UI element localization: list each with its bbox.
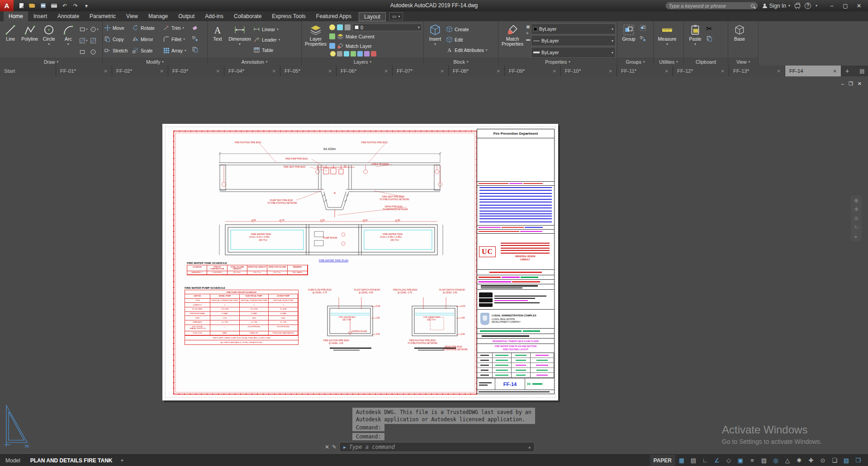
scale-button[interactable]: Scale [132,46,161,55]
modify-panel-label[interactable]: Modify▾ [103,58,207,66]
stretch-button[interactable]: Stretch [104,46,130,55]
close-tab-icon[interactable]: ✕ [497,69,500,74]
file-tab[interactable]: FF-08*✕ [449,66,505,76]
close-tab-icon[interactable]: ✕ [833,69,837,74]
layer-on-icon[interactable] [329,24,335,30]
region-tool-icon[interactable] [90,46,101,57]
tab-output[interactable]: Output [173,11,199,21]
tab-express-tools[interactable]: Express Tools [267,11,310,21]
file-tab[interactable]: FF-13*✕ [729,66,785,76]
file-tab[interactable]: FF-06*✕ [337,66,393,76]
command-customize-icon[interactable]: ✎ [332,444,337,450]
clean-screen-icon[interactable]: ❒ [853,455,863,466]
quick-properties-icon[interactable]: ❏ [829,455,840,466]
leader-button[interactable]: Leader [253,35,280,44]
polar-tracking-icon[interactable]: ∠ [711,455,722,466]
new-layout-button[interactable]: + [117,457,127,464]
close-tab-icon[interactable]: ✕ [553,69,556,74]
close-tab-icon[interactable]: ✕ [216,69,220,74]
command-history-toggle-icon[interactable]: ▴ [529,445,531,449]
viewport-close-icon[interactable]: ✕ [858,81,862,87]
annotation-visibility-icon[interactable]: △ [782,455,793,466]
tab-view[interactable]: View [121,11,143,21]
close-tab-icon[interactable]: ✕ [665,69,669,74]
paste-button[interactable]: Paste [685,22,705,58]
selection-cycling-icon[interactable]: ◎ [770,455,781,466]
navigation-wheel-icon[interactable]: ◉ [854,198,859,203]
paper-sheet[interactable]: 64.426mFIRE FIGHTING PIPE Ø150FIRE FIGHT… [162,124,558,400]
copy-clip-button[interactable] [706,35,713,44]
layer-match-icon[interactable] [329,43,335,49]
app-store-cart-icon[interactable] [795,4,800,8]
ungroup-button[interactable] [640,24,646,33]
help-dropdown-icon[interactable]: ▾ [816,4,817,8]
gradient-tool-icon[interactable] [90,35,101,46]
maximize-button[interactable]: ▢ [839,1,852,11]
fillet-button[interactable]: Fillet [163,35,191,43]
viewport-restore-icon[interactable]: ❐ [849,81,853,87]
move-button[interactable]: Move [104,24,130,32]
tab-home[interactable]: Home [4,11,28,21]
close-tab-icon[interactable]: ✕ [272,69,276,74]
lineweight-dropdown[interactable]: ByLayer ▾ [531,47,616,58]
help-icon[interactable]: ? [805,3,811,9]
edit-attributes-button[interactable]: Edit Attributes [446,46,487,54]
ortho-icon[interactable]: ∟ [700,455,711,466]
drawing-canvas[interactable]: ‒ ❐ ✕ ◉ ✚ ⊕ ↻ ▸ [0,76,868,454]
create-block-button[interactable]: Create [446,25,487,33]
command-input[interactable]: ▸ Type a command ▴ [339,442,535,452]
file-tab[interactable]: FF-11*✕ [617,66,673,76]
signin-button[interactable]: Sign In ▾ [763,3,790,9]
lineweight-small-icon[interactable]: ▬ [526,37,530,42]
color-dropdown[interactable]: ByLayer ▾ [531,24,616,34]
tab-featured-apps[interactable]: Featured Apps [311,11,356,21]
match-layer-button[interactable]: Match Layer [337,42,372,50]
array-button[interactable]: Array [163,46,191,55]
viewport-minimize-icon[interactable]: ‒ [841,81,844,87]
redo-button[interactable]: ↷ [71,1,81,10]
open-file-button[interactable] [27,1,37,10]
ribbon-minimize-button[interactable]: ▭▾ [389,12,403,20]
layer-walk-icon[interactable] [357,51,363,56]
linetype-icon[interactable]: ≡ [526,31,530,35]
model-tab[interactable]: Model [0,457,26,464]
snap-icon[interactable]: ▤ [688,455,699,466]
close-tab-icon[interactable]: ✕ [328,69,332,74]
file-tab[interactable]: FF-02*✕ [112,66,168,76]
layer-lock-icon[interactable] [345,24,351,30]
group-button[interactable]: Group [619,22,639,58]
polyline-button[interactable]: Polyline [21,22,39,58]
rotate-button[interactable]: Rotate [132,24,161,32]
save-button[interactable] [38,1,48,10]
match-properties-button[interactable]: Match Properties [500,22,525,58]
linear-dimension-button[interactable]: Linear [253,25,280,33]
boundary-tool-icon[interactable] [79,46,90,57]
rectangle-tool-icon[interactable]: ▾ [79,24,90,35]
autocad-logo-icon[interactable]: A [0,0,14,11]
close-tab-icon[interactable]: ✕ [384,69,388,74]
close-tab-icon[interactable]: ✕ [721,69,725,74]
lineweight-icon[interactable]: ≡ [747,455,758,466]
plot-button[interactable] [49,1,59,10]
cut-button[interactable]: ✂ [706,24,713,33]
close-tab-icon[interactable]: ✕ [609,69,612,74]
dimension-button[interactable]: Dimension [227,22,252,58]
line-button[interactable]: Line [1,22,20,58]
trim-button[interactable]: Trim [163,24,191,32]
utilities-panel-label[interactable]: Utilities▾ [654,58,683,66]
mirror-button[interactable]: Mirror [132,35,161,43]
grid-icon[interactable]: ▦ [676,455,687,466]
file-tab[interactable]: FF-07*✕ [393,66,449,76]
paper-space-toggle[interactable]: PAPER [650,455,675,466]
annotation-monitor-icon[interactable]: ✚ [806,455,816,466]
layer-merge-icon[interactable] [364,51,370,56]
tab-insert[interactable]: Insert [28,11,52,21]
search-box[interactable]: Type a keyword or phrase [665,2,758,9]
hatch-tool-icon[interactable]: ▾ [79,35,90,46]
base-view-button[interactable]: Base [730,22,749,58]
showmotion-icon[interactable]: ▸ [855,234,858,239]
view-panel-label[interactable]: View▾ [728,58,758,66]
transparency-icon[interactable]: ▨ [759,455,769,466]
offset-button[interactable] [192,46,199,55]
layout-tab-active[interactable]: PLAN AND DETAILS FIRE TANK [26,457,117,464]
